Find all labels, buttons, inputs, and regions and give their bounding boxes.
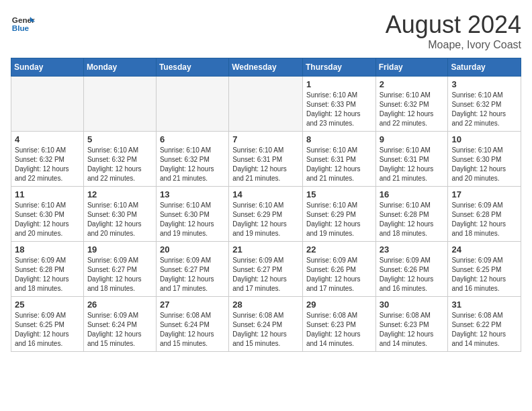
day-number: 20 xyxy=(160,244,225,255)
page-header: General Blue August 2024 Moape, Ivory Co… xyxy=(11,11,521,51)
day-info: Sunrise: 6:09 AM Sunset: 6:27 PM Dayligh… xyxy=(232,256,299,293)
logo: General Blue xyxy=(11,11,35,35)
day-number: 26 xyxy=(87,300,152,310)
calendar-cell: 9Sunrise: 6:10 AM Sunset: 6:31 PM Daylig… xyxy=(375,132,448,187)
title-block: August 2024 Moape, Ivory Coast xyxy=(386,11,521,51)
weekday-header-saturday: Saturday xyxy=(448,58,521,77)
weekday-header-wednesday: Wednesday xyxy=(229,58,303,77)
calendar-cell xyxy=(11,77,84,132)
calendar-cell: 3Sunrise: 6:10 AM Sunset: 6:32 PM Daylig… xyxy=(448,77,521,132)
day-number: 3 xyxy=(451,79,517,89)
day-number: 5 xyxy=(87,134,152,144)
calendar-cell: 17Sunrise: 6:09 AM Sunset: 6:28 PM Dayli… xyxy=(448,187,521,242)
day-info: Sunrise: 6:10 AM Sunset: 6:32 PM Dayligh… xyxy=(87,146,152,183)
day-number: 8 xyxy=(306,134,372,144)
calendar-cell: 30Sunrise: 6:08 AM Sunset: 6:23 PM Dayli… xyxy=(375,297,448,352)
day-info: Sunrise: 6:10 AM Sunset: 6:29 PM Dayligh… xyxy=(306,201,372,238)
calendar-cell: 27Sunrise: 6:08 AM Sunset: 6:24 PM Dayli… xyxy=(156,297,228,352)
day-info: Sunrise: 6:10 AM Sunset: 6:31 PM Dayligh… xyxy=(380,146,445,183)
day-number: 25 xyxy=(15,300,80,310)
day-number: 19 xyxy=(87,244,152,255)
day-number: 22 xyxy=(306,244,372,255)
calendar-week-3: 11Sunrise: 6:10 AM Sunset: 6:30 PM Dayli… xyxy=(11,187,521,242)
calendar-cell: 20Sunrise: 6:09 AM Sunset: 6:27 PM Dayli… xyxy=(156,242,228,297)
calendar-week-2: 4Sunrise: 6:10 AM Sunset: 6:32 PM Daylig… xyxy=(11,132,521,187)
day-number: 11 xyxy=(15,189,80,199)
day-number: 28 xyxy=(232,300,299,310)
day-info: Sunrise: 6:08 AM Sunset: 6:23 PM Dayligh… xyxy=(306,311,372,349)
day-info: Sunrise: 6:10 AM Sunset: 6:32 PM Dayligh… xyxy=(160,146,225,183)
calendar-cell: 19Sunrise: 6:09 AM Sunset: 6:27 PM Dayli… xyxy=(83,242,156,297)
day-number: 13 xyxy=(160,189,225,199)
calendar-week-1: 1Sunrise: 6:10 AM Sunset: 6:33 PM Daylig… xyxy=(11,77,521,132)
day-info: Sunrise: 6:09 AM Sunset: 6:25 PM Dayligh… xyxy=(451,256,517,293)
weekday-header-monday: Monday xyxy=(83,58,156,77)
day-info: Sunrise: 6:10 AM Sunset: 6:32 PM Dayligh… xyxy=(380,91,445,128)
calendar-cell: 18Sunrise: 6:09 AM Sunset: 6:28 PM Dayli… xyxy=(11,242,84,297)
day-number: 21 xyxy=(232,244,299,255)
calendar-week-5: 25Sunrise: 6:09 AM Sunset: 6:25 PM Dayli… xyxy=(11,297,521,352)
calendar-cell: 12Sunrise: 6:10 AM Sunset: 6:30 PM Dayli… xyxy=(83,187,156,242)
day-info: Sunrise: 6:09 AM Sunset: 6:26 PM Dayligh… xyxy=(380,256,445,293)
calendar-cell: 4Sunrise: 6:10 AM Sunset: 6:32 PM Daylig… xyxy=(11,132,84,187)
day-info: Sunrise: 6:09 AM Sunset: 6:26 PM Dayligh… xyxy=(306,256,372,293)
calendar-table: SundayMondayTuesdayWednesdayThursdayFrid… xyxy=(11,58,521,352)
day-number: 27 xyxy=(160,300,225,310)
weekday-header-tuesday: Tuesday xyxy=(156,58,228,77)
logo-icon: General Blue xyxy=(11,11,35,35)
weekday-header-friday: Friday xyxy=(375,58,448,77)
day-number: 4 xyxy=(15,134,80,144)
calendar-cell xyxy=(156,77,228,132)
day-info: Sunrise: 6:10 AM Sunset: 6:29 PM Dayligh… xyxy=(232,201,299,238)
calendar-cell: 14Sunrise: 6:10 AM Sunset: 6:29 PM Dayli… xyxy=(229,187,303,242)
day-number: 14 xyxy=(232,189,299,199)
day-info: Sunrise: 6:08 AM Sunset: 6:23 PM Dayligh… xyxy=(380,311,445,349)
day-number: 9 xyxy=(380,134,445,144)
day-info: Sunrise: 6:09 AM Sunset: 6:27 PM Dayligh… xyxy=(87,256,152,293)
day-number: 7 xyxy=(232,134,299,144)
day-number: 6 xyxy=(160,134,225,144)
day-number: 16 xyxy=(380,189,445,199)
day-number: 24 xyxy=(451,244,517,255)
day-info: Sunrise: 6:10 AM Sunset: 6:28 PM Dayligh… xyxy=(380,201,445,238)
day-number: 1 xyxy=(306,79,372,89)
day-info: Sunrise: 6:10 AM Sunset: 6:30 PM Dayligh… xyxy=(160,201,225,238)
calendar-cell: 29Sunrise: 6:08 AM Sunset: 6:23 PM Dayli… xyxy=(302,297,375,352)
day-number: 29 xyxy=(306,300,372,310)
day-number: 18 xyxy=(15,244,80,255)
calendar-cell: 2Sunrise: 6:10 AM Sunset: 6:32 PM Daylig… xyxy=(375,77,448,132)
day-info: Sunrise: 6:08 AM Sunset: 6:22 PM Dayligh… xyxy=(451,311,517,349)
location-subtitle: Moape, Ivory Coast xyxy=(386,39,521,51)
day-number: 17 xyxy=(451,189,517,199)
day-info: Sunrise: 6:09 AM Sunset: 6:25 PM Dayligh… xyxy=(15,311,80,349)
day-info: Sunrise: 6:10 AM Sunset: 6:32 PM Dayligh… xyxy=(15,146,80,183)
calendar-cell xyxy=(229,77,303,132)
month-year-title: August 2024 xyxy=(386,11,521,39)
calendar-cell: 1Sunrise: 6:10 AM Sunset: 6:33 PM Daylig… xyxy=(302,77,375,132)
day-number: 31 xyxy=(451,300,517,310)
calendar-cell: 21Sunrise: 6:09 AM Sunset: 6:27 PM Dayli… xyxy=(229,242,303,297)
calendar-cell: 5Sunrise: 6:10 AM Sunset: 6:32 PM Daylig… xyxy=(83,132,156,187)
day-info: Sunrise: 6:10 AM Sunset: 6:30 PM Dayligh… xyxy=(15,201,80,238)
day-info: Sunrise: 6:09 AM Sunset: 6:24 PM Dayligh… xyxy=(87,311,152,349)
calendar-week-4: 18Sunrise: 6:09 AM Sunset: 6:28 PM Dayli… xyxy=(11,242,521,297)
calendar-cell: 15Sunrise: 6:10 AM Sunset: 6:29 PM Dayli… xyxy=(302,187,375,242)
weekday-header-sunday: Sunday xyxy=(11,58,84,77)
calendar-cell: 28Sunrise: 6:08 AM Sunset: 6:24 PM Dayli… xyxy=(229,297,303,352)
day-number: 30 xyxy=(380,300,445,310)
calendar-cell: 23Sunrise: 6:09 AM Sunset: 6:26 PM Dayli… xyxy=(375,242,448,297)
calendar-cell: 7Sunrise: 6:10 AM Sunset: 6:31 PM Daylig… xyxy=(229,132,303,187)
day-info: Sunrise: 6:09 AM Sunset: 6:28 PM Dayligh… xyxy=(15,256,80,293)
day-info: Sunrise: 6:09 AM Sunset: 6:27 PM Dayligh… xyxy=(160,256,225,293)
calendar-cell: 31Sunrise: 6:08 AM Sunset: 6:22 PM Dayli… xyxy=(448,297,521,352)
svg-text:Blue: Blue xyxy=(12,24,30,32)
calendar-cell: 16Sunrise: 6:10 AM Sunset: 6:28 PM Dayli… xyxy=(375,187,448,242)
calendar-cell: 24Sunrise: 6:09 AM Sunset: 6:25 PM Dayli… xyxy=(448,242,521,297)
calendar-cell: 10Sunrise: 6:10 AM Sunset: 6:30 PM Dayli… xyxy=(448,132,521,187)
weekday-header-thursday: Thursday xyxy=(302,58,375,77)
day-info: Sunrise: 6:10 AM Sunset: 6:30 PM Dayligh… xyxy=(87,201,152,238)
day-info: Sunrise: 6:08 AM Sunset: 6:24 PM Dayligh… xyxy=(232,311,299,349)
calendar-cell: 25Sunrise: 6:09 AM Sunset: 6:25 PM Dayli… xyxy=(11,297,84,352)
day-info: Sunrise: 6:10 AM Sunset: 6:30 PM Dayligh… xyxy=(451,146,517,183)
day-number: 10 xyxy=(451,134,517,144)
